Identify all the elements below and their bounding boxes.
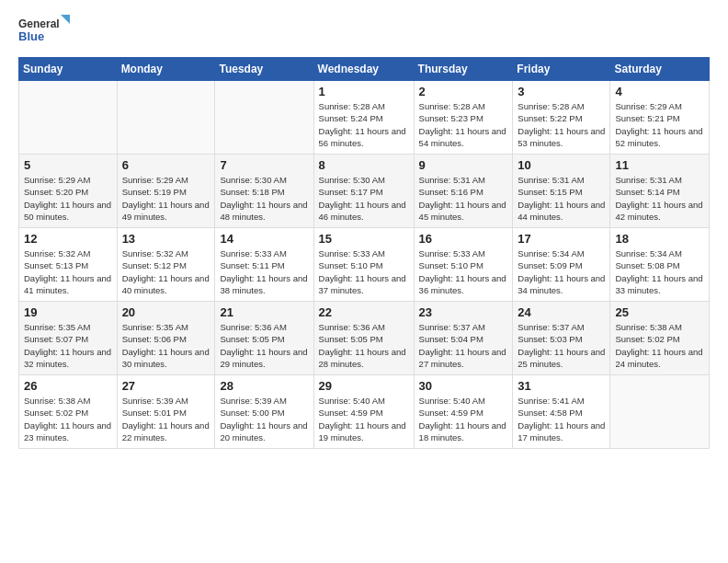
week-row-1: 1Sunrise: 5:28 AMSunset: 5:24 PMDaylight… [19, 81, 710, 155]
day-info: Sunrise: 5:33 AMSunset: 5:11 PMDaylight:… [220, 247, 308, 296]
day-number: 16 [419, 232, 508, 246]
calendar-cell: 4Sunrise: 5:29 AMSunset: 5:21 PMDaylight… [610, 81, 710, 155]
day-info: Sunrise: 5:37 AMSunset: 5:04 PMDaylight:… [419, 321, 508, 370]
day-info: Sunrise: 5:37 AMSunset: 5:03 PMDaylight:… [518, 321, 605, 370]
calendar-cell: 3Sunrise: 5:28 AMSunset: 5:22 PMDaylight… [513, 81, 610, 155]
weekday-header-tuesday: Tuesday [215, 58, 313, 81]
day-info: Sunrise: 5:31 AMSunset: 5:16 PMDaylight:… [419, 174, 508, 223]
calendar-cell [117, 81, 215, 155]
calendar-cell [215, 81, 313, 155]
calendar: SundayMondayTuesdayWednesdayThursdayFrid… [18, 57, 710, 449]
weekday-header-monday: Monday [117, 58, 215, 81]
day-number: 6 [122, 158, 210, 172]
calendar-cell: 31Sunrise: 5:41 AMSunset: 4:58 PMDayligh… [513, 375, 610, 449]
day-info: Sunrise: 5:28 AMSunset: 5:24 PMDaylight:… [319, 100, 409, 149]
day-info: Sunrise: 5:41 AMSunset: 4:58 PMDaylight:… [518, 395, 605, 443]
calendar-cell: 16Sunrise: 5:33 AMSunset: 5:10 PMDayligh… [414, 228, 513, 302]
calendar-cell: 24Sunrise: 5:37 AMSunset: 5:03 PMDayligh… [513, 302, 610, 375]
day-number: 22 [319, 305, 409, 319]
day-number: 21 [220, 305, 308, 319]
weekday-header-saturday: Saturday [610, 58, 710, 81]
day-number: 17 [518, 232, 605, 246]
day-number: 28 [220, 379, 308, 393]
calendar-cell: 18Sunrise: 5:34 AMSunset: 5:08 PMDayligh… [610, 228, 710, 302]
calendar-cell: 2Sunrise: 5:28 AMSunset: 5:23 PMDaylight… [414, 81, 513, 155]
day-number: 24 [518, 305, 605, 319]
day-info: Sunrise: 5:39 AMSunset: 5:00 PMDaylight:… [220, 395, 308, 443]
logo: General Blue [18, 15, 74, 48]
day-number: 9 [419, 158, 508, 172]
day-number: 14 [220, 232, 308, 246]
day-number: 3 [518, 85, 605, 98]
day-number: 1 [319, 85, 409, 98]
calendar-cell: 11Sunrise: 5:31 AMSunset: 5:14 PMDayligh… [610, 155, 710, 228]
weekday-header-row: SundayMondayTuesdayWednesdayThursdayFrid… [19, 58, 710, 81]
calendar-cell: 12Sunrise: 5:32 AMSunset: 5:13 PMDayligh… [19, 228, 118, 302]
day-info: Sunrise: 5:33 AMSunset: 5:10 PMDaylight:… [419, 247, 508, 296]
calendar-cell: 14Sunrise: 5:33 AMSunset: 5:11 PMDayligh… [215, 228, 313, 302]
calendar-cell: 20Sunrise: 5:35 AMSunset: 5:06 PMDayligh… [117, 302, 215, 375]
day-info: Sunrise: 5:36 AMSunset: 5:05 PMDaylight:… [319, 321, 409, 370]
weekday-header-sunday: Sunday [19, 58, 118, 81]
calendar-cell: 1Sunrise: 5:28 AMSunset: 5:24 PMDaylight… [313, 81, 414, 155]
calendar-cell: 15Sunrise: 5:33 AMSunset: 5:10 PMDayligh… [313, 228, 414, 302]
svg-text:Blue: Blue [18, 29, 44, 43]
day-info: Sunrise: 5:35 AMSunset: 5:06 PMDaylight:… [122, 321, 210, 370]
day-number: 31 [518, 379, 605, 393]
calendar-cell: 26Sunrise: 5:38 AMSunset: 5:02 PMDayligh… [19, 375, 118, 449]
weekday-header-wednesday: Wednesday [313, 58, 414, 81]
calendar-cell: 23Sunrise: 5:37 AMSunset: 5:04 PMDayligh… [414, 302, 513, 375]
day-info: Sunrise: 5:28 AMSunset: 5:22 PMDaylight:… [518, 100, 605, 149]
day-info: Sunrise: 5:30 AMSunset: 5:17 PMDaylight:… [319, 174, 409, 223]
weekday-header-friday: Friday [513, 58, 610, 81]
calendar-cell: 5Sunrise: 5:29 AMSunset: 5:20 PMDaylight… [19, 155, 118, 228]
calendar-cell [19, 81, 118, 155]
week-row-2: 5Sunrise: 5:29 AMSunset: 5:20 PMDaylight… [19, 155, 710, 228]
day-info: Sunrise: 5:40 AMSunset: 4:59 PMDaylight:… [319, 395, 409, 443]
day-info: Sunrise: 5:34 AMSunset: 5:08 PMDaylight:… [615, 247, 704, 296]
day-number: 19 [24, 305, 112, 319]
day-number: 27 [122, 379, 210, 393]
calendar-cell: 25Sunrise: 5:38 AMSunset: 5:02 PMDayligh… [610, 302, 710, 375]
svg-text:General: General [18, 17, 60, 30]
day-number: 13 [122, 232, 210, 246]
day-info: Sunrise: 5:39 AMSunset: 5:01 PMDaylight:… [122, 395, 210, 443]
day-number: 15 [319, 232, 409, 246]
calendar-cell: 30Sunrise: 5:40 AMSunset: 4:59 PMDayligh… [414, 375, 513, 449]
day-number: 20 [122, 305, 210, 319]
day-number: 25 [615, 305, 704, 319]
calendar-cell: 10Sunrise: 5:31 AMSunset: 5:15 PMDayligh… [513, 155, 610, 228]
calendar-cell: 7Sunrise: 5:30 AMSunset: 5:18 PMDaylight… [215, 155, 313, 228]
day-info: Sunrise: 5:33 AMSunset: 5:10 PMDaylight:… [319, 247, 409, 296]
day-info: Sunrise: 5:28 AMSunset: 5:23 PMDaylight:… [419, 100, 508, 149]
calendar-cell [610, 375, 710, 449]
calendar-cell: 9Sunrise: 5:31 AMSunset: 5:16 PMDaylight… [414, 155, 513, 228]
day-info: Sunrise: 5:29 AMSunset: 5:19 PMDaylight:… [122, 174, 210, 223]
day-info: Sunrise: 5:38 AMSunset: 5:02 PMDaylight:… [24, 395, 112, 443]
day-info: Sunrise: 5:38 AMSunset: 5:02 PMDaylight:… [615, 321, 704, 370]
calendar-cell: 27Sunrise: 5:39 AMSunset: 5:01 PMDayligh… [117, 375, 215, 449]
day-info: Sunrise: 5:30 AMSunset: 5:18 PMDaylight:… [220, 174, 308, 223]
day-number: 18 [615, 232, 704, 246]
day-info: Sunrise: 5:29 AMSunset: 5:20 PMDaylight:… [24, 174, 112, 223]
week-row-5: 26Sunrise: 5:38 AMSunset: 5:02 PMDayligh… [19, 375, 710, 449]
day-number: 26 [24, 379, 112, 393]
day-number: 23 [419, 305, 508, 319]
calendar-cell: 22Sunrise: 5:36 AMSunset: 5:05 PMDayligh… [313, 302, 414, 375]
day-info: Sunrise: 5:29 AMSunset: 5:21 PMDaylight:… [615, 100, 704, 149]
day-number: 30 [419, 379, 508, 393]
day-info: Sunrise: 5:40 AMSunset: 4:59 PMDaylight:… [419, 395, 508, 443]
day-info: Sunrise: 5:36 AMSunset: 5:05 PMDaylight:… [220, 321, 308, 370]
day-number: 5 [24, 158, 112, 172]
calendar-cell: 29Sunrise: 5:40 AMSunset: 4:59 PMDayligh… [313, 375, 414, 449]
day-info: Sunrise: 5:34 AMSunset: 5:09 PMDaylight:… [518, 247, 605, 296]
calendar-cell: 19Sunrise: 5:35 AMSunset: 5:07 PMDayligh… [19, 302, 118, 375]
calendar-cell: 28Sunrise: 5:39 AMSunset: 5:00 PMDayligh… [215, 375, 313, 449]
logo-svg: General Blue [18, 15, 74, 48]
header: General Blue [18, 15, 710, 48]
day-number: 11 [615, 158, 704, 172]
week-row-4: 19Sunrise: 5:35 AMSunset: 5:07 PMDayligh… [19, 302, 710, 375]
day-info: Sunrise: 5:35 AMSunset: 5:07 PMDaylight:… [24, 321, 112, 370]
svg-marker-2 [61, 15, 70, 24]
calendar-cell: 8Sunrise: 5:30 AMSunset: 5:17 PMDaylight… [313, 155, 414, 228]
